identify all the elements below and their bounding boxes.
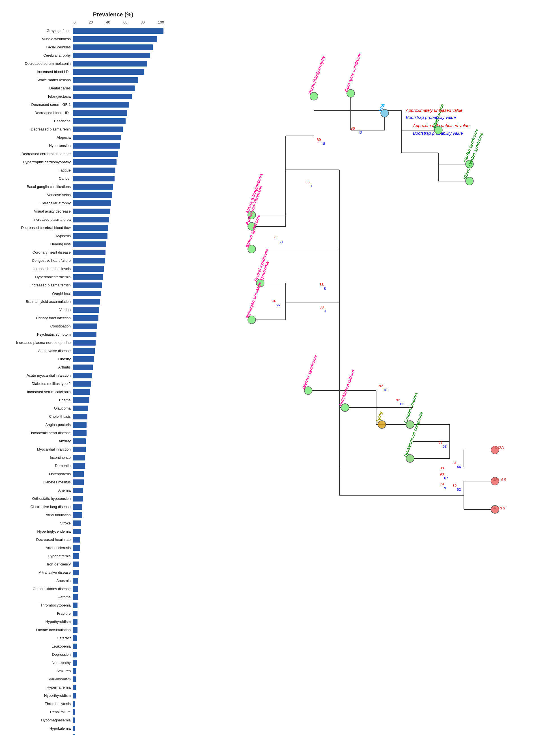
bar-label: Orthostatic hypotension	[6, 497, 73, 501]
bar-track	[73, 644, 164, 649]
bar-row: Renal failure	[6, 708, 164, 716]
bar-track	[73, 726, 164, 731]
bs-44: 44	[457, 465, 461, 469]
bar-track	[73, 110, 164, 116]
bar-fill	[73, 455, 85, 461]
bar-label: Glaucoma	[6, 406, 73, 411]
bar-fill	[73, 529, 81, 534]
bar-row: Cataract	[6, 634, 164, 642]
bar-label: Osteoporosis	[6, 472, 73, 476]
bar-fill	[73, 381, 91, 387]
bar-fill	[73, 660, 77, 666]
x-axis-ticks-top: 0 20 40 60 80 100	[74, 20, 164, 24]
bar-label: Fatigue	[6, 168, 73, 173]
bar-label: Fracture	[6, 611, 73, 616]
bar-row: Seizures	[6, 667, 164, 675]
bar-label: Mitral valve disease	[6, 570, 73, 575]
bar-fill	[73, 512, 82, 518]
bar-label: Angina pectoris	[6, 423, 73, 427]
bar-label: Weight loss	[6, 291, 73, 296]
bar-row: Orthostatic hypotension	[6, 495, 164, 503]
bar-track	[73, 241, 164, 247]
bar-track	[73, 660, 164, 666]
bar-track	[73, 299, 164, 304]
bar-row: Increased cortisol levels	[6, 265, 164, 273]
bar-fill	[73, 266, 104, 272]
bar-fill	[73, 570, 79, 575]
bar-row: Facial Wrinkles	[6, 43, 164, 51]
bar-track	[73, 192, 164, 198]
bar-track	[73, 635, 164, 641]
bar-track	[73, 266, 164, 272]
bar-label: Anosmia	[6, 579, 73, 583]
bar-fill	[73, 307, 99, 313]
bar-track	[73, 734, 164, 735]
bar-row: Alopecia	[6, 134, 164, 141]
bar-fill	[73, 28, 163, 34]
bar-fill	[73, 332, 96, 337]
bar-track	[73, 537, 164, 543]
bar-track	[73, 668, 164, 674]
bs-89: 89	[317, 137, 321, 142]
bs-63b: 63	[443, 444, 447, 449]
bar-fill	[73, 258, 105, 263]
bar-row: Leukopenia	[6, 642, 164, 650]
bar-row: Increased plasma norepinephrine	[6, 339, 164, 347]
bar-track	[73, 570, 164, 575]
bar-fill	[73, 208, 110, 214]
bar-fill	[73, 562, 79, 567]
bar-track	[73, 414, 164, 420]
bs-8: 8	[324, 286, 326, 291]
bar-fill	[73, 521, 81, 526]
bar-row: Basal ganglia calcifications	[6, 183, 164, 191]
bar-row: Hypertension	[6, 142, 164, 150]
bar-row: Myocardial infarction	[6, 446, 164, 454]
bar-fill	[73, 504, 82, 510]
bar-track	[73, 578, 164, 584]
bar-row: Anemia	[6, 487, 164, 495]
bar-row: Decreased blood HDL	[6, 109, 164, 117]
bar-track	[73, 94, 164, 99]
bar-fill	[73, 406, 88, 411]
bs-9: 9	[444, 486, 446, 490]
bar-label: Increased cortisol levels	[6, 266, 73, 271]
x-tick-0: 0	[74, 20, 76, 24]
bar-row: Dementia	[6, 462, 164, 470]
bar-row: Varicose veins	[6, 191, 164, 199]
bar-fill	[73, 619, 77, 625]
bs-67: 67	[444, 476, 448, 480]
bar-track	[73, 422, 164, 428]
bar-row: Hypogonadism	[6, 733, 164, 735]
bs-86a: 86	[351, 126, 355, 130]
bar-track	[73, 315, 164, 321]
bar-row: Fracture	[6, 610, 164, 618]
bar-track	[73, 69, 164, 75]
bar-fill	[73, 364, 93, 370]
bar-label: Dental caries	[6, 86, 73, 91]
bs-86b: 86	[305, 180, 309, 184]
bar-fill	[73, 389, 90, 395]
bs-89: 89	[453, 484, 456, 488]
bar-label: Hyponatremia	[6, 554, 73, 558]
bar-row: Thrombocytopenia	[6, 601, 164, 609]
bar-label: Varicose veins	[6, 193, 73, 197]
bar-fill	[73, 135, 121, 140]
bar-row: Arthritis	[6, 363, 164, 371]
bar-row: Diabetes mellitus type 2	[6, 380, 164, 388]
bar-fill	[73, 299, 100, 304]
bar-track	[73, 225, 164, 231]
bar-row: Hypercholesterolemia	[6, 273, 164, 281]
bar-row: Hypothyroidism	[6, 618, 164, 626]
bar-label: Neuropathy	[6, 661, 73, 665]
bar-track	[73, 85, 164, 91]
bar-fill	[73, 717, 75, 723]
bs-18b: 18	[383, 388, 387, 392]
bar-fill	[73, 53, 150, 58]
bar-label: Kyphosis	[6, 234, 73, 238]
label-tricho: Trichothiodystrophy	[307, 55, 326, 95]
bar-fill	[73, 635, 77, 641]
bar-track	[73, 701, 164, 707]
bar-label: Hypomagnesemia	[6, 718, 73, 723]
bar-row: Kyphosis	[6, 232, 164, 240]
bar-fill	[73, 586, 78, 592]
